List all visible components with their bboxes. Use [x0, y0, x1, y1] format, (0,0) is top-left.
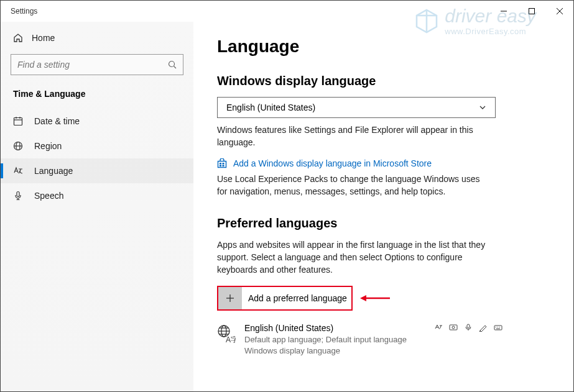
sidebar-item-date-time[interactable]: Date & time [1, 109, 193, 134]
add-language-label: Add a preferred language [242, 293, 347, 303]
svg-rect-19 [223, 163, 225, 165]
search-field[interactable] [17, 60, 168, 70]
titlebar: Settings [1, 1, 573, 22]
store-link-label: Add a Windows display language in Micros… [233, 158, 432, 168]
dropdown-value: English (United States) [226, 103, 315, 112]
keyboard-icon [493, 323, 503, 332]
microphone-icon [13, 191, 23, 201]
sidebar-item-label: Date & time [34, 116, 80, 126]
window-title: Settings [11, 7, 37, 16]
annotation-arrow [360, 293, 390, 303]
packs-desc: Use Local Experience Packs to change the… [217, 173, 491, 198]
main-content: Language Windows display language Englis… [193, 22, 573, 391]
language-feature-icons [433, 323, 503, 332]
language-sub1: Default app language; Default input lang… [244, 334, 425, 345]
preferred-desc: Apps and websites will appear in the fir… [217, 239, 491, 276]
svg-text:A字: A字 [226, 335, 236, 343]
svg-marker-25 [360, 295, 366, 301]
svg-rect-4 [529, 9, 534, 14]
handwriting-icon [478, 323, 488, 332]
sidebar: Home Time & Language Date & time Region … [1, 22, 193, 391]
voice-icon [463, 323, 473, 332]
preferred-languages-heading: Preferred languages [217, 216, 553, 230]
store-link[interactable]: Add a Windows display language in Micros… [217, 158, 553, 168]
minimize-button[interactable] [489, 2, 517, 21]
sidebar-item-language[interactable]: Language [1, 158, 193, 183]
svg-rect-18 [220, 163, 221, 165]
svg-rect-17 [218, 162, 226, 168]
svg-rect-16 [17, 192, 19, 197]
svg-rect-21 [223, 165, 225, 167]
display-language-desc: Windows features like Settings and File … [217, 124, 491, 148]
home-icon [13, 33, 23, 43]
svg-point-7 [169, 62, 175, 67]
text-to-speech-icon [433, 323, 443, 332]
svg-rect-32 [450, 325, 457, 330]
search-input[interactable] [11, 54, 183, 75]
sidebar-item-label: Speech [34, 191, 63, 201]
globe-icon [13, 141, 23, 151]
svg-line-8 [174, 66, 177, 69]
page-title: Language [217, 37, 553, 57]
sidebar-item-speech[interactable]: Speech [1, 183, 193, 208]
sidebar-item-label: Region [34, 141, 62, 151]
nav-group-title: Time & Language [1, 86, 193, 109]
display-language-heading: Windows display language [217, 74, 553, 88]
calendar-icon [13, 116, 23, 126]
add-preferred-language-button[interactable]: Add a preferred language [217, 286, 353, 311]
svg-rect-35 [494, 326, 502, 330]
language-icon [13, 166, 23, 176]
svg-rect-9 [14, 118, 22, 125]
language-sub2: Windows display language [244, 345, 425, 357]
language-globe-icon: A字 [217, 324, 236, 343]
svg-rect-34 [467, 324, 470, 328]
home-label: Home [32, 33, 55, 43]
window-controls [489, 2, 573, 21]
plus-icon [218, 287, 242, 309]
svg-point-33 [452, 326, 455, 329]
sidebar-item-label: Language [34, 166, 73, 176]
store-icon [217, 158, 227, 168]
language-name: English (United States) [244, 323, 425, 333]
chevron-down-icon [479, 104, 486, 111]
close-button[interactable] [545, 2, 573, 21]
home-nav[interactable]: Home [1, 27, 193, 49]
svg-rect-20 [220, 165, 221, 167]
display-language-dropdown[interactable]: English (United States) [217, 97, 496, 118]
maximize-button[interactable] [517, 2, 545, 21]
speech-recognition-icon [448, 323, 458, 332]
sidebar-item-region[interactable]: Region [1, 134, 193, 158]
language-entry[interactable]: A字 English (United States) Default app l… [217, 323, 503, 356]
search-icon [168, 60, 177, 69]
